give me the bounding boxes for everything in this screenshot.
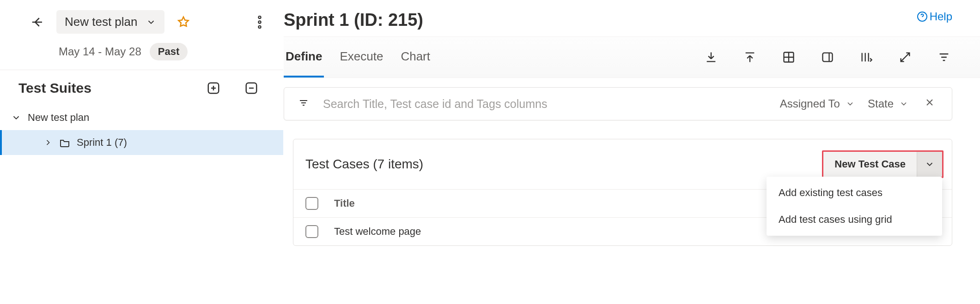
- tabs: Define Execute Chart: [284, 37, 432, 77]
- more-menu-icon[interactable]: [250, 12, 269, 32]
- back-arrow-icon[interactable]: [28, 12, 47, 32]
- menu-add-grid[interactable]: Add test cases using grid: [767, 206, 942, 233]
- page-title: Sprint 1 (ID: 215): [284, 10, 423, 30]
- tab-define[interactable]: Define: [284, 37, 324, 77]
- plan-subheader: May 14 - May 28 Past: [0, 40, 283, 70]
- select-all-checkbox[interactable]: [305, 197, 318, 210]
- suites-header: Test Suites: [0, 70, 283, 102]
- test-plan-dropdown[interactable]: New test plan: [56, 10, 164, 34]
- chevron-down-icon: [146, 17, 156, 27]
- side-panel-icon[interactable]: [819, 49, 836, 66]
- test-cases-panel: Test Cases (7 items) New Test Case Add e…: [293, 139, 952, 246]
- new-test-case-menu: Add existing test cases Add test cases u…: [767, 177, 942, 236]
- new-test-case-split-button: New Test Case Add existing test cases Ad…: [822, 150, 943, 178]
- sidebar: New test plan May 14 - May 28 Past Test …: [0, 0, 284, 304]
- main-panel: Sprint 1 (ID: 215) Help Define Execute C…: [284, 0, 980, 304]
- add-suite-icon[interactable]: [204, 78, 223, 98]
- suites-heading: Test Suites: [18, 80, 91, 96]
- svg-point-2: [258, 25, 261, 28]
- tree-child-sprint[interactable]: Sprint 1 (7): [0, 130, 283, 155]
- suites-tree: New test plan Sprint 1 (7): [0, 102, 283, 155]
- svg-rect-7: [823, 53, 833, 62]
- import-icon[interactable]: [703, 49, 719, 66]
- filter-assigned-to[interactable]: Assigned To: [780, 97, 855, 110]
- sidebar-header: New test plan: [0, 0, 283, 40]
- filter-list-icon[interactable]: [298, 97, 309, 111]
- chevron-down-icon: [925, 159, 935, 169]
- search-input[interactable]: [322, 97, 767, 111]
- clear-filters-icon[interactable]: [921, 97, 938, 111]
- cell-title: Test welcome page: [334, 226, 834, 238]
- svg-point-0: [258, 16, 261, 18]
- tab-chart[interactable]: Chart: [399, 37, 432, 77]
- col-title[interactable]: Title: [334, 197, 834, 209]
- date-range: May 14 - May 28: [59, 45, 141, 58]
- collapse-suite-icon[interactable]: [242, 78, 261, 98]
- chevron-down-icon: [846, 99, 855, 108]
- chevron-down-icon: [899, 99, 908, 108]
- grid-view-icon[interactable]: [780, 49, 797, 66]
- help-label: Help: [930, 10, 952, 23]
- export-icon[interactable]: [742, 49, 758, 66]
- tabs-bar: Define Execute Chart: [284, 36, 980, 78]
- tree-child-label: Sprint 1 (7): [77, 137, 127, 149]
- tree-root[interactable]: New test plan: [0, 105, 283, 130]
- chevron-right-icon: [43, 138, 53, 147]
- row-checkbox[interactable]: [305, 225, 318, 238]
- filter-state[interactable]: State: [868, 97, 908, 110]
- new-test-case-caret[interactable]: [917, 152, 942, 177]
- tree-root-label: New test plan: [28, 112, 89, 124]
- status-badge: Past: [150, 43, 188, 60]
- columns-icon[interactable]: [858, 49, 875, 66]
- help-link[interactable]: Help: [917, 10, 952, 23]
- tab-execute[interactable]: Execute: [338, 37, 385, 77]
- menu-add-existing[interactable]: Add existing test cases: [767, 179, 942, 206]
- favorite-star-icon[interactable]: [174, 12, 193, 32]
- expand-icon[interactable]: [897, 49, 913, 66]
- cases-header: Test Cases (7 items) New Test Case Add e…: [293, 139, 952, 189]
- tabs-tools: [703, 49, 952, 66]
- search-bar: Assigned To State: [284, 87, 952, 120]
- folder-icon: [59, 137, 70, 148]
- help-icon: [917, 11, 928, 22]
- new-test-case-button[interactable]: New Test Case: [823, 152, 917, 177]
- filter-icon[interactable]: [936, 49, 952, 66]
- cases-heading: Test Cases (7 items): [305, 157, 423, 172]
- svg-point-1: [258, 21, 261, 23]
- chevron-down-icon: [11, 113, 21, 123]
- test-plan-name: New test plan: [65, 15, 138, 29]
